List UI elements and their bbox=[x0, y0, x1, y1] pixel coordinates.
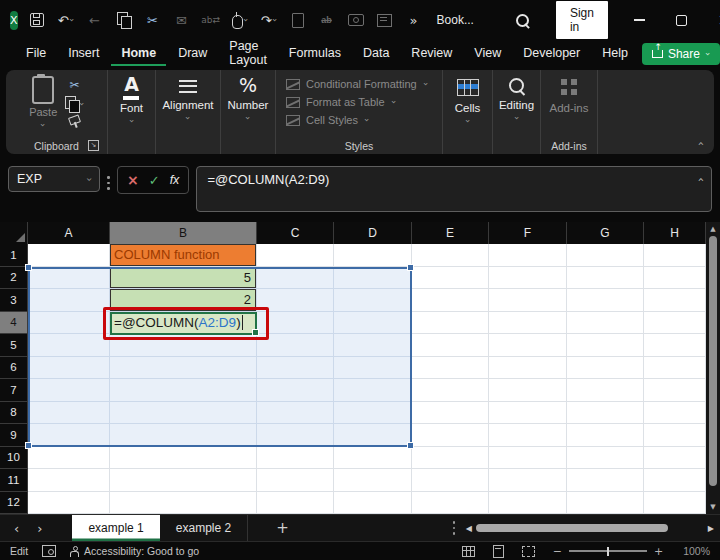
minimize-button[interactable] bbox=[623, 6, 657, 34]
cell-D7[interactable] bbox=[334, 379, 412, 402]
selection-handle[interactable] bbox=[25, 264, 32, 271]
cell-G11[interactable] bbox=[567, 469, 644, 492]
row-header-12[interactable]: 12 bbox=[0, 492, 28, 515]
save-icon[interactable] bbox=[27, 10, 47, 30]
cell-E9[interactable] bbox=[412, 424, 489, 447]
cell-E6[interactable] bbox=[412, 357, 489, 380]
row-header-9[interactable]: 9 bbox=[0, 424, 28, 447]
cell-E1[interactable] bbox=[412, 244, 489, 267]
scroll-down-icon[interactable]: ▼ bbox=[710, 502, 715, 512]
cell-B6[interactable] bbox=[110, 357, 257, 380]
horizontal-scrollbar[interactable]: ◀ ▶ bbox=[466, 515, 714, 541]
cell-B1[interactable]: COLUMN function bbox=[110, 244, 257, 267]
sheet-next-icon[interactable]: › bbox=[37, 521, 42, 536]
cancel-icon[interactable]: × bbox=[127, 172, 139, 188]
zoom-slider[interactable] bbox=[569, 550, 647, 552]
cell-F5[interactable] bbox=[489, 334, 567, 357]
cell-F3[interactable] bbox=[489, 289, 567, 312]
cell-C7[interactable] bbox=[257, 379, 334, 402]
cell-G9[interactable] bbox=[567, 424, 644, 447]
cell-A10[interactable] bbox=[28, 447, 110, 470]
cell-G4[interactable] bbox=[567, 312, 644, 335]
scroll-up-icon[interactable]: ▲ bbox=[710, 224, 715, 234]
column-header-B[interactable]: B bbox=[110, 222, 257, 244]
cell-A7[interactable] bbox=[28, 379, 110, 402]
cell-D5[interactable] bbox=[334, 334, 412, 357]
cell-F9[interactable] bbox=[489, 424, 567, 447]
macro-record-icon[interactable] bbox=[42, 545, 56, 557]
selection-handle[interactable] bbox=[25, 442, 32, 449]
cell-E11[interactable] bbox=[412, 469, 489, 492]
row-header-2[interactable]: 2 bbox=[0, 267, 28, 290]
cell-H2[interactable] bbox=[644, 267, 706, 290]
cell-E3[interactable] bbox=[412, 289, 489, 312]
cell-G7[interactable] bbox=[567, 379, 644, 402]
cell-C3[interactable] bbox=[257, 289, 334, 312]
cell-F11[interactable] bbox=[489, 469, 567, 492]
cell-G1[interactable] bbox=[567, 244, 644, 267]
column-header-F[interactable]: F bbox=[489, 222, 567, 244]
accessibility-status[interactable]: Accessibility: Good to go bbox=[70, 545, 199, 557]
font-button[interactable]: A Font › bbox=[120, 76, 143, 126]
number-button[interactable]: % Number › bbox=[228, 76, 269, 123]
cell-styles-button[interactable]: Cell Styles› bbox=[286, 114, 369, 126]
close-button[interactable]: × bbox=[707, 6, 720, 34]
cut-icon[interactable]: ✂ bbox=[143, 10, 163, 30]
cell-C10[interactable] bbox=[257, 447, 334, 470]
cell-A5[interactable] bbox=[28, 334, 110, 357]
column-header-H[interactable]: H bbox=[644, 222, 706, 244]
cell-B10[interactable] bbox=[110, 447, 257, 470]
row-header-4[interactable]: 4 bbox=[0, 312, 28, 335]
cell-E5[interactable] bbox=[412, 334, 489, 357]
cell-A2[interactable] bbox=[28, 267, 110, 290]
scroll-right-icon[interactable]: ▶ bbox=[708, 524, 714, 533]
formula-bar-grip[interactable] bbox=[107, 176, 110, 190]
cell-F1[interactable] bbox=[489, 244, 567, 267]
row-header-5[interactable]: 5 bbox=[0, 334, 28, 357]
row-header-8[interactable]: 8 bbox=[0, 402, 28, 425]
sheet-prev-icon[interactable]: ‹ bbox=[14, 521, 19, 536]
cell-A9[interactable] bbox=[28, 424, 110, 447]
menu-tab-draw[interactable]: Draw bbox=[168, 42, 217, 66]
cell-A12[interactable] bbox=[28, 492, 110, 515]
cell-G8[interactable] bbox=[567, 402, 644, 425]
name-box[interactable]: EXP › bbox=[8, 166, 100, 192]
cell-H10[interactable] bbox=[644, 447, 706, 470]
format-as-table-button[interactable]: Format as Table› bbox=[286, 96, 395, 108]
formula-input[interactable]: =@COLUMN(A2:D9) › bbox=[196, 166, 712, 212]
page-break-view-icon[interactable] bbox=[522, 546, 535, 557]
cell-B4[interactable]: =@COLUMN(A2:D9) bbox=[110, 312, 257, 335]
cell-H3[interactable] bbox=[644, 289, 706, 312]
redo-icon[interactable]: ↷› bbox=[259, 10, 279, 30]
cell-C4[interactable] bbox=[257, 312, 334, 335]
cells-button[interactable]: Cells › bbox=[455, 76, 481, 126]
cut-button[interactable]: ✂ bbox=[70, 78, 80, 92]
cell-H11[interactable] bbox=[644, 469, 706, 492]
cell-C8[interactable] bbox=[257, 402, 334, 425]
row-header-7[interactable]: 7 bbox=[0, 379, 28, 402]
menu-tab-data[interactable]: Data bbox=[353, 42, 399, 66]
column-header-A[interactable]: A bbox=[28, 222, 110, 244]
cell-D2[interactable] bbox=[334, 267, 412, 290]
cell-C11[interactable] bbox=[257, 469, 334, 492]
menu-tab-developer[interactable]: Developer bbox=[513, 42, 590, 66]
cell-B2[interactable]: 5 bbox=[110, 267, 257, 290]
cell-H12[interactable] bbox=[644, 492, 706, 515]
insert-function-icon[interactable]: fx bbox=[170, 173, 180, 187]
cell-D8[interactable] bbox=[334, 402, 412, 425]
menu-tab-help[interactable]: Help bbox=[592, 42, 638, 66]
cell-B9[interactable] bbox=[110, 424, 257, 447]
cell-A3[interactable] bbox=[28, 289, 110, 312]
cell-G5[interactable] bbox=[567, 334, 644, 357]
cell-B11[interactable] bbox=[110, 469, 257, 492]
zoom-level[interactable]: 100% bbox=[683, 545, 710, 557]
cell-D4[interactable] bbox=[334, 312, 412, 335]
enter-check-icon[interactable]: ✓ bbox=[149, 173, 160, 188]
cell-G2[interactable] bbox=[567, 267, 644, 290]
row-header-11[interactable]: 11 bbox=[0, 469, 28, 492]
cell-D10[interactable] bbox=[334, 447, 412, 470]
cell-C6[interactable] bbox=[257, 357, 334, 380]
sign-in-button[interactable]: Sign in bbox=[556, 1, 608, 39]
cell-G6[interactable] bbox=[567, 357, 644, 380]
format-painter-button[interactable] bbox=[69, 116, 80, 124]
